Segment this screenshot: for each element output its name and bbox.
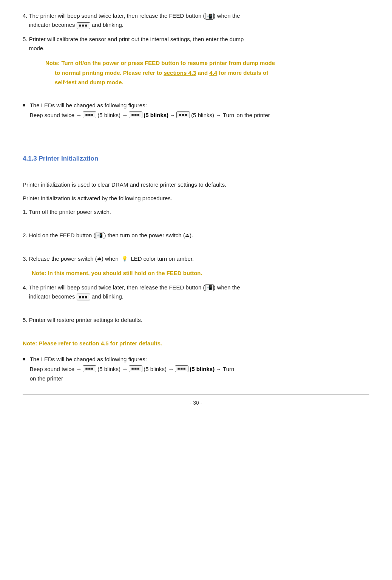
note-top: Note: Turn off/on the power or press FEE…: [45, 58, 369, 87]
link-section44[interactable]: 4.4: [209, 70, 217, 76]
step4-bottom: 4. The printer will beep sound twice lat…: [23, 283, 369, 301]
note-top-refer: to normal printing mode. Please refer to…: [45, 70, 268, 76]
step5-top: 5. Printer will calibrate the sensor and…: [23, 35, 369, 53]
step5-bottom-text: 5. Printer will restore printer settings…: [23, 317, 142, 323]
intro2: Printer initialization is activated by t…: [23, 194, 369, 203]
bullet-content-bottom: The LEDs will be changed as following fi…: [30, 355, 369, 383]
led-changed-label-bottom: The LEDs will be changed as following fi…: [30, 355, 369, 364]
step2: 2. Hold on the FEED button (📲) then turn…: [23, 231, 369, 240]
feed-icon-top: 📲: [205, 13, 214, 20]
blinks2-bottom: (5 blinks) →: [144, 364, 174, 374]
arrow-bottom: → Turn: [216, 364, 234, 374]
led-amber-icon-step3: 💡: [122, 255, 128, 263]
beep-prefix-top: Beep sound twice →: [30, 110, 82, 120]
turn-on-bottom: on the printer: [30, 374, 369, 383]
bullet-row-top: ■ The LEDs will be changed as following …: [23, 101, 369, 120]
note-top-selftest: self-test and dump mode.: [45, 79, 123, 85]
step3: 3. Release the power switch (⏏) when 💡 L…: [23, 254, 369, 263]
step3-text: 3. Release the power switch (⏏) when 💡 L…: [23, 255, 194, 262]
note-step5-text: Note: Please refer to section 4.5 for pr…: [23, 340, 162, 346]
bullet-row-bottom: ■ The LEDs will be changed as following …: [23, 355, 369, 383]
bullet-content-top: The LEDs will be changed as following fi…: [30, 101, 369, 120]
led-changed-label-top: The LEDs will be changed as following fi…: [30, 101, 369, 110]
step1-text: 1. Turn off the printer power switch.: [23, 209, 111, 215]
note-step3: Note: In this moment, you should still h…: [32, 269, 369, 278]
section-heading: 4.1.3 Printer Initialization: [23, 153, 369, 164]
led-icon1-top: ■■■: [83, 111, 96, 118]
led-icon2-bottom: ■■■: [129, 365, 142, 372]
led-icon1-bottom: ■■■: [83, 365, 96, 372]
blinks1-top: (5 blinks) →: [97, 110, 128, 120]
step4-top: 4. The printer will beep sound twice lat…: [23, 11, 369, 29]
led-icon-step4: ■■■: [77, 294, 90, 300]
beep-line-top: Beep sound twice → ■■■ (5 blinks) → ■■■ …: [30, 110, 369, 120]
step5-top-text: 5. Printer will calibrate the sensor and…: [23, 36, 244, 51]
led-icon3-bottom: ■■■: [175, 365, 188, 372]
bullet-section-bottom: ■ The LEDs will be changed as following …: [23, 355, 369, 383]
note-step5: Note: Please refer to section 4.5 for pr…: [23, 339, 369, 348]
page-divider: [23, 394, 369, 395]
power-icon-step2: ⏏: [185, 232, 190, 240]
led-icon3-top: ■■■: [176, 111, 190, 118]
step4-top-text: 4. The printer will beep sound twice lat…: [23, 12, 240, 28]
page-number: - 30 -: [23, 399, 369, 407]
bullet-square-bottom: ■: [23, 356, 25, 363]
step4-bottom-text: 4. The printer will beep sound twice lat…: [23, 284, 240, 300]
link-section43[interactable]: sections 4.3: [164, 70, 196, 76]
feed-icon-step4: 📲: [205, 284, 214, 291]
note-top-text: Note: Turn off/on the power or press FEE…: [45, 60, 275, 66]
blinks3-top: (5 blinks) → Turn: [191, 110, 234, 120]
led-icon2-top: ■■■: [129, 111, 142, 118]
blinks1-bottom: (5 blinks) →: [97, 364, 128, 374]
arrow1-top: →: [170, 110, 175, 120]
intro1: Printer initialization is used to clear …: [23, 180, 369, 189]
power-icon-step3: ⏏: [97, 255, 102, 263]
led-icon-indicator-top: ■■■: [77, 22, 90, 29]
note-step3-text: Note: In this moment, you should still h…: [32, 270, 202, 276]
turn-on-top: on the printer: [236, 110, 270, 120]
bullet-square-top: ■: [23, 102, 25, 109]
feed-icon-step2: 📲: [96, 232, 104, 239]
beep-prefix-bottom: Beep sound twice →: [30, 364, 82, 374]
step1: 1. Turn off the printer power switch.: [23, 207, 369, 217]
bullet-section-top: ■ The LEDs will be changed as following …: [23, 101, 369, 120]
blinks3-bold-bottom: (5 blinks): [190, 364, 215, 374]
step5-bottom: 5. Printer will restore printer settings…: [23, 316, 369, 325]
step2-text: 2. Hold on the FEED button (📲) then turn…: [23, 232, 193, 238]
blinks2-bold-top: (5 blinks): [144, 110, 168, 120]
beep-line-bottom: Beep sound twice → ■■■ (5 blinks) → ■■■ …: [30, 364, 369, 374]
